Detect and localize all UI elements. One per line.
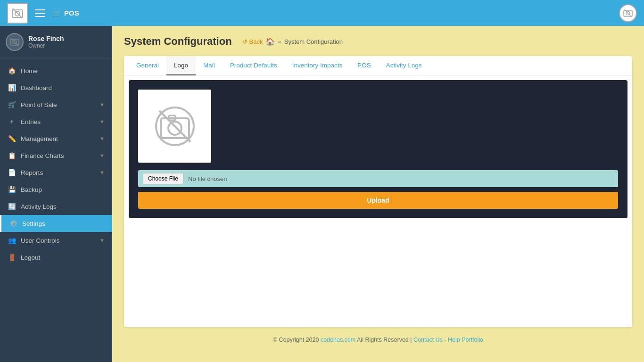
tab-pos[interactable]: POS: [350, 56, 379, 75]
nav-label-user-controls: User Controls: [21, 237, 95, 244]
nav-arrow-user-controls: ▼: [99, 238, 105, 243]
copyright-text: © Copyright 2020: [273, 337, 319, 343]
tab-activity-logs[interactable]: Activity Logs: [379, 56, 429, 75]
nav-label-reports: Reports: [21, 169, 95, 176]
top-nav-left: 🛒 POS: [7, 3, 79, 24]
contact-link[interactable]: Contact Us: [413, 337, 443, 343]
nav-icon-finance-charts: 📋: [8, 152, 16, 159]
user-role: Owner: [28, 42, 64, 49]
svg-point-11: [168, 122, 182, 135]
tab-logo[interactable]: Logo: [166, 56, 196, 75]
user-name: Rose Finch: [28, 35, 64, 42]
footer-separator: -: [444, 337, 446, 343]
cart-icon: 🛒: [52, 9, 61, 17]
card-body: Choose File No file chosen Upload: [129, 80, 627, 218]
tabs-container: GeneralLogoMailProduct DefaultsInventory…: [124, 56, 632, 75]
sidebar-user: Rose Finch Owner: [0, 26, 112, 58]
home-breadcrumb[interactable]: 🏠: [265, 37, 275, 46]
avatar-camera-icon: [9, 37, 20, 47]
sidebar-item-backup[interactable]: 💾 Backup: [0, 181, 112, 198]
upload-button[interactable]: Upload: [138, 192, 618, 209]
nav-arrow-point-of-sale: ▼: [99, 102, 105, 107]
sidebar-item-user-controls[interactable]: 👥 User Controls ▼: [0, 232, 112, 249]
sidebar-item-settings[interactable]: ⚙️ Settings: [0, 215, 112, 232]
nav-label-dashboard: Dashboard: [21, 84, 105, 91]
page-header: System Configuration ↺ Back 🏠 » System C…: [124, 35, 632, 48]
settings-card: GeneralLogoMailProduct DefaultsInventory…: [124, 56, 632, 327]
nav-icon-logout: 🚪: [8, 254, 16, 261]
site-link[interactable]: codehas.com: [321, 337, 355, 343]
nav-label-entries: Entries: [21, 118, 95, 125]
tab-product-defaults[interactable]: Product Defaults: [223, 56, 285, 75]
sidebar-item-logout[interactable]: 🚪 Logout: [0, 249, 112, 266]
sidebar-nav: 🏠 Home 📊 Dashboard 🛒 Point of Sale ▼ + E…: [0, 58, 112, 362]
hamburger-menu[interactable]: [35, 9, 45, 17]
avatar: [6, 33, 24, 51]
sidebar-item-home[interactable]: 🏠 Home: [0, 62, 112, 79]
footer: © Copyright 2020 codehas.com All Rights …: [124, 327, 632, 353]
sidebar-item-finance-charts[interactable]: 📋 Finance Charts ▼: [0, 147, 112, 164]
rights-text: All Rights Reserved |: [357, 337, 412, 343]
file-name-label: No file chosen: [188, 175, 227, 182]
sidebar-item-point-of-sale[interactable]: 🛒 Point of Sale ▼: [0, 96, 112, 113]
nav-label-point-of-sale: Point of Sale: [21, 101, 95, 108]
nav-icon-settings: ⚙️: [9, 220, 17, 227]
nav-label-management: Management: [21, 135, 95, 142]
camera-slash-icon-right: [623, 8, 633, 18]
nav-icon-home: 🏠: [8, 67, 16, 74]
nav-icon-user-controls: 👥: [8, 237, 16, 244]
sidebar-item-reports[interactable]: 📄 Reports ▼: [0, 164, 112, 181]
nav-icon-backup: 💾: [8, 186, 16, 193]
help-link[interactable]: Help Portfolio: [448, 337, 483, 343]
camera-slash-icon-top: [11, 7, 24, 20]
file-input-row: Choose File No file chosen: [138, 170, 618, 187]
no-photo-icon: [154, 105, 196, 148]
top-nav-right: [619, 4, 637, 22]
nav-icon-reports: 📄: [8, 169, 16, 176]
back-button[interactable]: ↺ Back: [242, 38, 263, 45]
nav-arrow-finance-charts: ▼: [99, 153, 105, 158]
main-content: System Configuration ↺ Back 🏠 » System C…: [112, 26, 644, 362]
page-title: System Configuration: [124, 35, 232, 48]
nav-label-home: Home: [21, 67, 105, 74]
pos-nav-label: 🛒 POS: [52, 9, 79, 17]
sidebar-item-dashboard[interactable]: 📊 Dashboard: [0, 79, 112, 96]
sidebar-item-activity-logs[interactable]: 🔄 Activity Logs: [0, 198, 112, 215]
nav-icon-management: ✏️: [8, 135, 16, 142]
breadcrumb: ↺ Back 🏠 » System Configuration: [242, 37, 343, 46]
logo-preview: [138, 90, 211, 163]
nav-icon-activity-logs: 🔄: [8, 203, 16, 210]
sidebar-item-entries[interactable]: + Entries ▼: [0, 113, 112, 130]
user-info: Rose Finch Owner: [28, 35, 64, 49]
nav-arrow-entries: ▼: [99, 119, 105, 124]
nav-label-logout: Logout: [21, 254, 105, 261]
nav-label-activity-logs: Activity Logs: [21, 203, 105, 210]
nav-label-settings: Settings: [22, 220, 105, 227]
breadcrumb-separator: »: [278, 38, 281, 45]
sidebar-item-management[interactable]: ✏️ Management ▼: [0, 130, 112, 147]
top-logo: [7, 3, 28, 24]
layout: Rose Finch Owner 🏠 Home 📊 Dashboard 🛒 Po…: [0, 26, 644, 362]
back-arrow-icon: ↺: [242, 38, 248, 45]
breadcrumb-current: System Configuration: [284, 38, 343, 45]
tab-inventory-impacts[interactable]: Inventory Impacts: [285, 56, 350, 75]
tab-general[interactable]: General: [129, 56, 166, 75]
nav-icon-entries: +: [8, 118, 16, 125]
sidebar: Rose Finch Owner 🏠 Home 📊 Dashboard 🛒 Po…: [0, 26, 112, 362]
top-nav: 🛒 POS: [0, 0, 644, 26]
nav-label-backup: Backup: [21, 186, 105, 193]
nav-arrow-management: ▼: [99, 136, 105, 141]
top-right-avatar: [619, 4, 637, 22]
choose-file-button[interactable]: Choose File: [143, 173, 183, 184]
nav-arrow-reports: ▼: [99, 170, 105, 175]
nav-label-finance-charts: Finance Charts: [21, 152, 95, 159]
nav-icon-point-of-sale: 🛒: [8, 101, 16, 108]
tab-mail[interactable]: Mail: [196, 56, 223, 75]
nav-icon-dashboard: 📊: [8, 84, 16, 91]
